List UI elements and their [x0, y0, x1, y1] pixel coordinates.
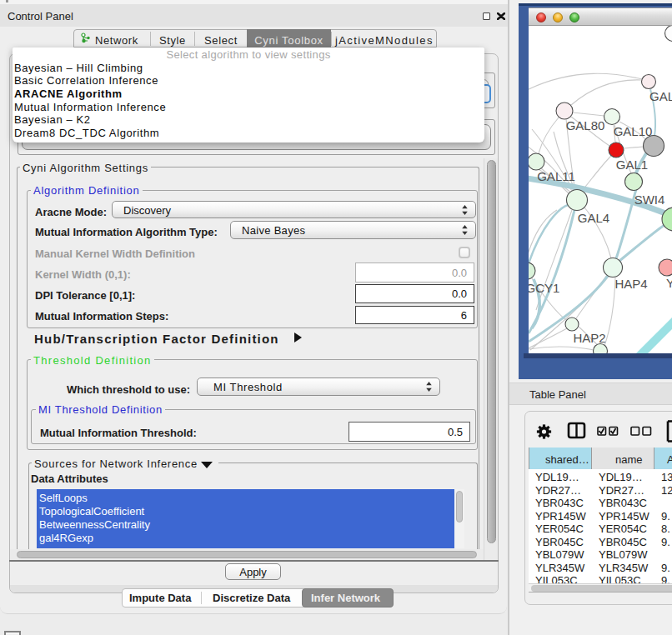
- svg-text:HAP2: HAP2: [573, 331, 605, 345]
- svg-text:GAL: GAL: [649, 89, 672, 103]
- svg-text:GAL4: GAL4: [578, 211, 609, 225]
- svg-text:GAL1: GAL1: [616, 158, 648, 172]
- svg-text:Y: Y: [666, 276, 672, 290]
- svg-text:GAL80: GAL80: [566, 118, 605, 132]
- svg-text:GCY1: GCY1: [529, 281, 559, 295]
- svg-text:HAP4: HAP4: [614, 277, 647, 291]
- svg-text:GAL11: GAL11: [537, 169, 575, 183]
- svg-text:GAL10: GAL10: [614, 124, 653, 138]
- svg-text:SWI4: SWI4: [634, 192, 665, 207]
